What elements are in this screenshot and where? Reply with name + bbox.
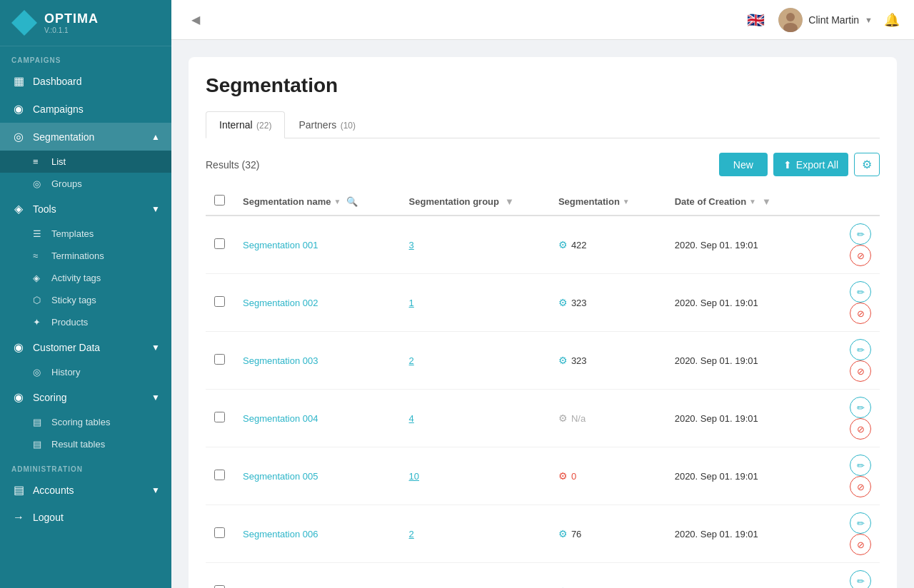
group-link[interactable]: 1 [409, 298, 414, 308]
group-link[interactable]: 2 [409, 355, 414, 366]
sidebar-item-scoring-tables[interactable]: ▤ Scoring tables [0, 411, 171, 433]
sidebar-item-dashboard[interactable]: ▦ Dashboard [0, 67, 171, 95]
delete-button[interactable]: ⊘ [850, 360, 871, 382]
segmentation-name-link[interactable]: Segmentation 002 [243, 298, 318, 308]
tools-icon: ◈ [11, 202, 26, 216]
sidebar-item-segmentation[interactable]: ◎ Segmentation ▲ [0, 123, 171, 151]
sidebar-item-templates[interactable]: ☰ Templates [0, 223, 171, 245]
collapse-sidebar-button[interactable]: ◀ [186, 10, 206, 29]
sidebar-item-result-tables[interactable]: ▤ Result tables [0, 433, 171, 455]
delete-button[interactable]: ⊘ [850, 534, 871, 555]
row-group-cell: 3 [401, 216, 550, 274]
delete-button[interactable]: ⊘ [850, 245, 871, 266]
table-row: Segmentation 007Not assigned yet⚙4562020… [206, 563, 880, 589]
segmentation-name-link[interactable]: Segmentation 003 [243, 355, 318, 366]
sidebar-item-campaigns[interactable]: ◉ Campaigns [0, 95, 171, 123]
tab-partners[interactable]: Partners (10) [285, 111, 369, 138]
edit-button[interactable]: ✏ [850, 223, 871, 245]
table-body: Segmentation 0013⚙4222020. Sep 01. 19:01… [206, 216, 880, 588]
sidebar-item-logout[interactable]: → Logout [0, 504, 171, 531]
sidebar-sub-label: Groups [51, 178, 82, 189]
col-header-name: Segmentation name ▼ 🔍 [234, 188, 401, 216]
table-row: Segmentation 0021⚙3232020. Sep 01. 19:01… [206, 274, 880, 332]
sidebar-item-terminations[interactable]: ≈ Terminations [0, 245, 171, 267]
segmentation-name-link[interactable]: Segmentation 005 [243, 471, 318, 482]
sidebar-item-products[interactable]: ✦ Products [0, 311, 171, 333]
user-name: Clint Martin [808, 14, 859, 26]
col-name-label: Segmentation name [243, 196, 331, 207]
segmentation-name-link[interactable]: Segmentation 006 [243, 529, 318, 539]
row-checkbox[interactable] [214, 585, 225, 588]
sort-arrow-icon: ▼ [334, 198, 341, 206]
row-checkbox-cell [206, 447, 234, 505]
delete-button[interactable]: ⊘ [850, 418, 871, 440]
notifications-bell-icon[interactable]: 🔔 [884, 12, 900, 28]
col-header-actions [815, 188, 880, 216]
row-date-cell: 2020. Sep 01. 19:01 [666, 332, 815, 390]
delete-button[interactable]: ⊘ [850, 303, 871, 324]
export-all-button[interactable]: ⬆ Export All [773, 153, 848, 176]
templates-icon: ☰ [33, 228, 46, 239]
row-checkbox[interactable] [214, 527, 225, 538]
settings-button[interactable]: ⚙ [854, 153, 880, 176]
group-link[interactable]: 2 [409, 529, 414, 539]
export-label: Export All [796, 159, 838, 171]
search-filter-icon[interactable]: 🔍 [346, 196, 358, 207]
row-name-cell: Segmentation 003 [234, 332, 401, 390]
group-link[interactable]: 3 [409, 240, 414, 250]
edit-button[interactable]: ✏ [850, 512, 871, 534]
row-checkbox[interactable] [214, 470, 225, 480]
row-checkbox[interactable] [214, 412, 225, 422]
sidebar-item-activity-tags[interactable]: ◈ Activity tags [0, 267, 171, 289]
sidebar-item-customer-data[interactable]: ◉ Customer Data ▼ [0, 333, 171, 361]
language-selector[interactable]: 🇬🇧 [744, 9, 767, 31]
edit-button[interactable]: ✏ [850, 397, 871, 418]
sidebar-item-history[interactable]: ◎ History [0, 361, 171, 383]
select-all-checkbox[interactable] [214, 195, 225, 206]
tab-bar: Internal (22) Partners (10) [206, 111, 880, 138]
seg-count: 76 [571, 529, 581, 539]
seg-count: 323 [571, 355, 587, 366]
sidebar-item-accounts[interactable]: ▤ Accounts ▼ [0, 476, 171, 504]
terminations-icon: ≈ [33, 250, 46, 261]
logout-icon: → [11, 511, 26, 524]
sidebar-item-groups[interactable]: ◎ Groups [0, 173, 171, 195]
edit-button[interactable]: ✏ [850, 281, 871, 303]
segmentation-table: Segmentation name ▼ 🔍 Segmentation group… [206, 188, 880, 588]
edit-button[interactable]: ✏ [850, 570, 871, 588]
segmentation-name-link[interactable]: Segmentation 004 [243, 413, 318, 424]
row-group-cell: 4 [401, 390, 550, 447]
filter-icon[interactable]: ▼ [762, 196, 771, 207]
tab-internal[interactable]: Internal (22) [206, 111, 285, 138]
row-name-cell: Segmentation 007 [234, 563, 401, 589]
table-row: Segmentation 00510⚙02020. Sep 01. 19:01✏… [206, 447, 880, 505]
scoring-icon: ◉ [11, 390, 26, 404]
group-link[interactable]: 10 [409, 471, 419, 482]
row-checkbox[interactable] [214, 296, 225, 307]
scoring-tables-icon: ▤ [33, 417, 46, 427]
row-checkbox[interactable] [214, 354, 225, 365]
seg-value: ⚙0 [558, 470, 658, 482]
row-seg-cell: ⚙N/a [550, 390, 666, 447]
edit-button[interactable]: ✏ [850, 339, 871, 360]
edit-button[interactable]: ✏ [850, 455, 871, 476]
sort-arrow-icon: ▼ [623, 198, 630, 206]
table-row: Segmentation 0062⚙762020. Sep 01. 19:01✏… [206, 505, 880, 563]
sidebar-item-tools[interactable]: ◈ Tools ▼ [0, 195, 171, 223]
segmentation-icon: ◎ [11, 130, 26, 143]
sidebar-item-scoring[interactable]: ◉ Scoring ▼ [0, 383, 171, 411]
segmentation-name-link[interactable]: Segmentation 001 [243, 240, 318, 250]
sidebar-sub-label: Templates [51, 228, 94, 239]
group-link[interactable]: 4 [409, 413, 414, 424]
sidebar-item-sticky-tags[interactable]: ⬡ Sticky tags [0, 289, 171, 311]
seg-value: ⚙323 [558, 355, 658, 366]
filter-icon[interactable]: ▼ [505, 196, 514, 207]
row-checkbox[interactable] [214, 238, 225, 249]
row-actions-cell: ✏⊘ [815, 274, 880, 332]
seg-value: ⚙323 [558, 297, 658, 308]
sidebar-item-list[interactable]: ≡ List [0, 151, 171, 173]
delete-button[interactable]: ⊘ [850, 476, 871, 497]
user-menu[interactable]: Clint Martin ▼ [778, 8, 873, 32]
sidebar-sub-label: Result tables [51, 439, 105, 450]
new-button[interactable]: New [719, 153, 768, 176]
